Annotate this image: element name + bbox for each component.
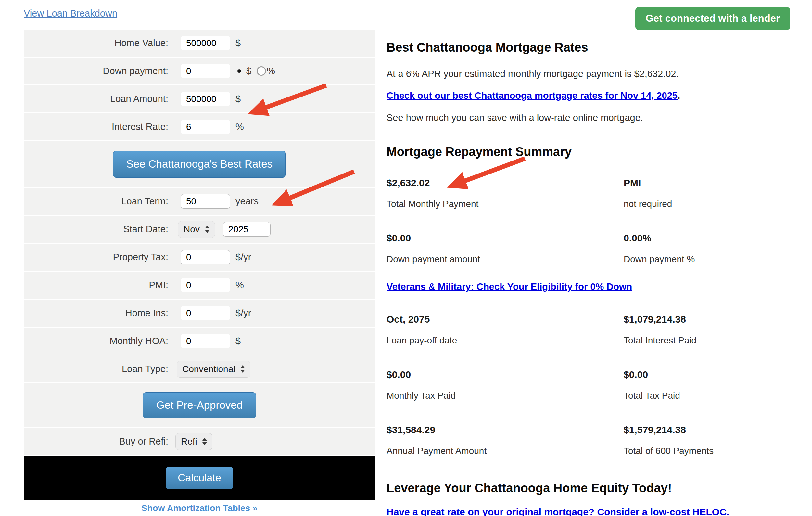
summary-value: $2,632.02 — [386, 177, 624, 189]
get-pre-approved-button[interactable]: Get Pre-Approved — [143, 392, 256, 418]
down-payment-dollar-unit: $ — [246, 66, 252, 76]
start-date-label: Start Date: — [24, 224, 168, 235]
get-connected-lender-button[interactable]: Get connected with a lender — [635, 7, 790, 30]
row-pre-approved: Get Pre-Approved — [24, 383, 375, 427]
summary-value: $1,579,214.38 — [624, 424, 792, 436]
property-tax-label: Property Tax: — [24, 252, 168, 262]
summary-total-monthly-payment: $2,632.02 Total Monthly Payment — [386, 177, 624, 209]
home-value-input[interactable] — [181, 36, 230, 50]
summary-grid-top: $2,632.02 Total Monthly Payment PMI not … — [386, 177, 792, 265]
summary-label: Monthly Tax Paid — [386, 390, 624, 401]
summary-label: Loan pay-off date — [386, 335, 624, 346]
monthly-hoa-input[interactable] — [181, 334, 230, 348]
row-buy-or-refi: Buy or Refi: Refi — [24, 428, 375, 455]
summary-grid-bottom: Oct, 2075 Loan pay-off date $1,079,214.3… — [386, 314, 792, 457]
summary-label: not required — [624, 198, 792, 209]
summary-annual-payment: $31,584.29 Annual Payment Amount — [386, 424, 624, 457]
repayment-summary-heading: Mortgage Repayment Summary — [386, 145, 792, 159]
chevron-up-down-icon — [205, 226, 209, 233]
best-rates-link-period: . — [677, 90, 680, 101]
summary-value: 0.00% — [624, 232, 792, 244]
pmi-input[interactable] — [181, 278, 230, 292]
summary-monthly-tax: $0.00 Monthly Tax Paid — [386, 369, 624, 401]
row-down-payment: Down payment: $ % — [24, 58, 375, 85]
summary-value: PMI — [624, 177, 792, 189]
summary-value: $0.00 — [624, 369, 792, 380]
down-payment-label: Down payment: — [24, 66, 168, 76]
summary-total-payments: $1,579,214.38 Total of 600 Payments — [624, 424, 792, 457]
buy-or-refi-value: Refi — [181, 436, 197, 447]
best-rates-heading: Best Chattanooga Mortgage Rates — [386, 40, 792, 55]
summary-label: Down payment amount — [386, 254, 624, 265]
interest-rate-input[interactable] — [181, 120, 230, 134]
view-loan-breakdown-link[interactable]: View Loan Breakdown — [24, 8, 117, 19]
best-rates-link[interactable]: Check out our best Chattanooga mortgage … — [386, 90, 677, 101]
loan-term-input[interactable] — [181, 194, 230, 209]
apr-intro-text: At a 6% APR your estimated monthly mortg… — [386, 68, 792, 80]
summary-value: $31,584.29 — [386, 424, 624, 436]
mortgage-calculator-form: Home Value: $ Down payment: $ % Loan Amo… — [24, 30, 375, 513]
row-interest-rate: Interest Rate: % — [24, 113, 375, 140]
loan-amount-unit: $ — [235, 93, 241, 104]
home-equity-heading: Leverage Your Chattanooga Home Equity To… — [386, 481, 792, 495]
summary-label: Total Tax Paid — [624, 390, 792, 401]
row-property-tax: Property Tax: $/yr — [24, 244, 375, 271]
down-payment-percent-radio[interactable] — [257, 66, 266, 76]
down-payment-input[interactable] — [181, 64, 230, 78]
loan-type-label: Loan Type: — [24, 364, 168, 374]
monthly-hoa-unit: $ — [235, 336, 241, 346]
home-value-unit: $ — [235, 38, 241, 49]
chevron-up-down-icon — [240, 365, 245, 373]
summary-down-payment-amount: $0.00 Down payment amount — [386, 232, 624, 265]
row-pmi: PMI: % — [24, 271, 375, 298]
row-home-value: Home Value: $ — [24, 30, 375, 57]
summary-label: Annual Payment Amount — [386, 445, 624, 457]
summary-label: Total Monthly Payment — [386, 198, 624, 209]
calculate-bar: Calculate — [24, 456, 375, 500]
loan-term-unit: years — [235, 196, 259, 207]
row-loan-term: Loan Term: years — [24, 188, 375, 215]
veterans-eligibility-link[interactable]: Veterans & Military: Check Your Eligibil… — [386, 281, 632, 292]
chevron-up-down-icon — [202, 438, 207, 445]
pmi-unit: % — [235, 280, 244, 290]
loan-amount-label: Loan Amount: — [24, 93, 168, 104]
down-payment-dollar-radio-selected[interactable] — [237, 69, 241, 73]
pmi-label: PMI: — [24, 280, 168, 290]
summary-value: $1,079,214.38 — [624, 314, 792, 325]
heloc-link[interactable]: Have a great rate on your original mortg… — [386, 506, 729, 516]
home-value-label: Home Value: — [24, 38, 168, 49]
summary-label: Down payment % — [624, 254, 792, 265]
home-ins-unit: $/yr — [235, 308, 251, 318]
row-loan-type: Loan Type: Conventional — [24, 355, 375, 382]
summary-payoff-date: Oct, 2075 Loan pay-off date — [386, 314, 624, 346]
loan-type-select[interactable]: Conventional — [177, 361, 251, 378]
row-loan-amount: Loan Amount: $ — [24, 85, 375, 112]
show-amortization-tables-link[interactable]: Show Amortization Tables » — [24, 503, 375, 513]
summary-value: Oct, 2075 — [386, 314, 624, 325]
see-best-rates-button[interactable]: See Chattanooga's Best Rates — [113, 151, 286, 178]
property-tax-input[interactable] — [181, 250, 230, 264]
loan-term-label: Loan Term: — [24, 196, 168, 207]
summary-value: $0.00 — [386, 369, 624, 380]
summary-label: Total of 600 Payments — [624, 445, 792, 457]
summary-pmi: PMI not required — [624, 177, 792, 209]
save-text: See how much you can save with a low-rat… — [386, 112, 792, 123]
summary-total-interest: $1,079,214.38 Total Interest Paid — [624, 314, 792, 346]
row-monthly-hoa: Monthly HOA: $ — [24, 327, 375, 354]
loan-type-value: Conventional — [182, 364, 235, 374]
loan-amount-input[interactable] — [181, 92, 230, 106]
monthly-hoa-label: Monthly HOA: — [24, 336, 168, 346]
home-ins-input[interactable] — [181, 306, 230, 320]
summary-value: $0.00 — [386, 232, 624, 244]
start-month-select[interactable]: Nov — [178, 221, 215, 238]
down-payment-percent-unit: % — [267, 66, 275, 76]
calculate-button[interactable]: Calculate — [166, 467, 233, 489]
start-year-input[interactable] — [223, 222, 270, 236]
row-best-rates: See Chattanooga's Best Rates — [24, 141, 375, 187]
interest-rate-label: Interest Rate: — [24, 121, 168, 132]
row-start-date: Start Date: Nov — [24, 216, 375, 243]
interest-rate-unit: % — [235, 121, 244, 132]
home-ins-label: Home Ins: — [24, 308, 168, 318]
buy-or-refi-select[interactable]: Refi — [175, 433, 212, 450]
property-tax-unit: $/yr — [235, 252, 251, 262]
